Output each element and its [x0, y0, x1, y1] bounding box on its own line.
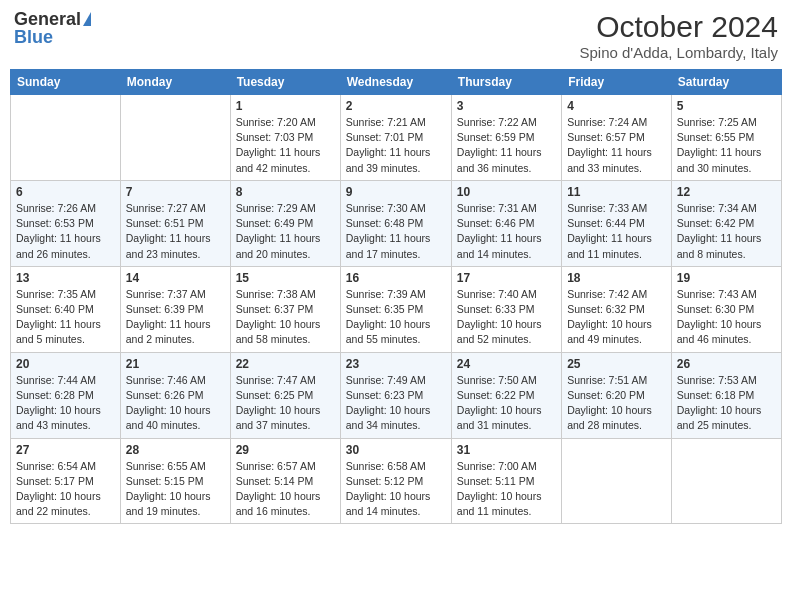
day-number: 16 [346, 271, 446, 285]
calendar-cell: 24Sunrise: 7:50 AMSunset: 6:22 PMDayligh… [451, 352, 561, 438]
calendar-cell: 1Sunrise: 7:20 AMSunset: 7:03 PMDaylight… [230, 95, 340, 181]
logo-general-text: General [14, 10, 81, 28]
cell-text: Sunrise: 7:40 AMSunset: 6:33 PMDaylight:… [457, 288, 542, 346]
day-number: 29 [236, 443, 335, 457]
day-number: 30 [346, 443, 446, 457]
calendar-cell: 13Sunrise: 7:35 AMSunset: 6:40 PMDayligh… [11, 266, 121, 352]
cell-text: Sunrise: 7:50 AMSunset: 6:22 PMDaylight:… [457, 374, 542, 432]
calendar-cell: 17Sunrise: 7:40 AMSunset: 6:33 PMDayligh… [451, 266, 561, 352]
day-number: 9 [346, 185, 446, 199]
calendar-cell [562, 438, 672, 524]
calendar-cell: 16Sunrise: 7:39 AMSunset: 6:35 PMDayligh… [340, 266, 451, 352]
cell-text: Sunrise: 7:46 AMSunset: 6:26 PMDaylight:… [126, 374, 211, 432]
cell-text: Sunrise: 7:38 AMSunset: 6:37 PMDaylight:… [236, 288, 321, 346]
day-number: 27 [16, 443, 115, 457]
day-number: 7 [126, 185, 225, 199]
cell-text: Sunrise: 7:44 AMSunset: 6:28 PMDaylight:… [16, 374, 101, 432]
cell-text: Sunrise: 7:24 AMSunset: 6:57 PMDaylight:… [567, 116, 652, 174]
cell-text: Sunrise: 7:21 AMSunset: 7:01 PMDaylight:… [346, 116, 431, 174]
calendar-cell: 26Sunrise: 7:53 AMSunset: 6:18 PMDayligh… [671, 352, 781, 438]
week-row-3: 13Sunrise: 7:35 AMSunset: 6:40 PMDayligh… [11, 266, 782, 352]
calendar-cell: 6Sunrise: 7:26 AMSunset: 6:53 PMDaylight… [11, 180, 121, 266]
day-header-friday: Friday [562, 70, 672, 95]
day-number: 1 [236, 99, 335, 113]
calendar-cell: 28Sunrise: 6:55 AMSunset: 5:15 PMDayligh… [120, 438, 230, 524]
day-number: 14 [126, 271, 225, 285]
day-number: 25 [567, 357, 666, 371]
cell-text: Sunrise: 7:43 AMSunset: 6:30 PMDaylight:… [677, 288, 762, 346]
day-header-tuesday: Tuesday [230, 70, 340, 95]
calendar-cell: 9Sunrise: 7:30 AMSunset: 6:48 PMDaylight… [340, 180, 451, 266]
week-row-5: 27Sunrise: 6:54 AMSunset: 5:17 PMDayligh… [11, 438, 782, 524]
cell-text: Sunrise: 6:58 AMSunset: 5:12 PMDaylight:… [346, 460, 431, 518]
cell-text: Sunrise: 7:51 AMSunset: 6:20 PMDaylight:… [567, 374, 652, 432]
week-row-4: 20Sunrise: 7:44 AMSunset: 6:28 PMDayligh… [11, 352, 782, 438]
cell-text: Sunrise: 7:35 AMSunset: 6:40 PMDaylight:… [16, 288, 101, 346]
calendar-cell: 18Sunrise: 7:42 AMSunset: 6:32 PMDayligh… [562, 266, 672, 352]
calendar-cell: 27Sunrise: 6:54 AMSunset: 5:17 PMDayligh… [11, 438, 121, 524]
calendar-cell: 8Sunrise: 7:29 AMSunset: 6:49 PMDaylight… [230, 180, 340, 266]
calendar-cell: 4Sunrise: 7:24 AMSunset: 6:57 PMDaylight… [562, 95, 672, 181]
day-header-wednesday: Wednesday [340, 70, 451, 95]
day-number: 6 [16, 185, 115, 199]
calendar-cell: 5Sunrise: 7:25 AMSunset: 6:55 PMDaylight… [671, 95, 781, 181]
day-number: 3 [457, 99, 556, 113]
month-year: October 2024 [579, 10, 778, 44]
cell-text: Sunrise: 6:54 AMSunset: 5:17 PMDaylight:… [16, 460, 101, 518]
day-number: 18 [567, 271, 666, 285]
day-headers-row: SundayMondayTuesdayWednesdayThursdayFrid… [11, 70, 782, 95]
logo-triangle-icon [83, 12, 91, 26]
calendar-cell: 29Sunrise: 6:57 AMSunset: 5:14 PMDayligh… [230, 438, 340, 524]
calendar-cell: 20Sunrise: 7:44 AMSunset: 6:28 PMDayligh… [11, 352, 121, 438]
day-number: 10 [457, 185, 556, 199]
day-number: 12 [677, 185, 776, 199]
title-block: October 2024 Spino d'Adda, Lombardy, Ita… [579, 10, 778, 61]
day-number: 17 [457, 271, 556, 285]
cell-text: Sunrise: 7:30 AMSunset: 6:48 PMDaylight:… [346, 202, 431, 260]
calendar-cell: 21Sunrise: 7:46 AMSunset: 6:26 PMDayligh… [120, 352, 230, 438]
cell-text: Sunrise: 7:00 AMSunset: 5:11 PMDaylight:… [457, 460, 542, 518]
day-number: 15 [236, 271, 335, 285]
day-number: 8 [236, 185, 335, 199]
calendar-table: SundayMondayTuesdayWednesdayThursdayFrid… [10, 69, 782, 524]
day-number: 31 [457, 443, 556, 457]
cell-text: Sunrise: 7:47 AMSunset: 6:25 PMDaylight:… [236, 374, 321, 432]
calendar-cell: 2Sunrise: 7:21 AMSunset: 7:01 PMDaylight… [340, 95, 451, 181]
day-number: 4 [567, 99, 666, 113]
calendar-cell: 23Sunrise: 7:49 AMSunset: 6:23 PMDayligh… [340, 352, 451, 438]
day-number: 13 [16, 271, 115, 285]
day-number: 23 [346, 357, 446, 371]
page-header: General Blue October 2024 Spino d'Adda, … [10, 10, 782, 61]
day-number: 22 [236, 357, 335, 371]
calendar-cell: 12Sunrise: 7:34 AMSunset: 6:42 PMDayligh… [671, 180, 781, 266]
cell-text: Sunrise: 7:27 AMSunset: 6:51 PMDaylight:… [126, 202, 211, 260]
cell-text: Sunrise: 7:53 AMSunset: 6:18 PMDaylight:… [677, 374, 762, 432]
cell-text: Sunrise: 7:42 AMSunset: 6:32 PMDaylight:… [567, 288, 652, 346]
cell-text: Sunrise: 7:37 AMSunset: 6:39 PMDaylight:… [126, 288, 211, 346]
cell-text: Sunrise: 7:34 AMSunset: 6:42 PMDaylight:… [677, 202, 762, 260]
logo-blue-text: Blue [14, 28, 91, 46]
calendar-cell [11, 95, 121, 181]
week-row-1: 1Sunrise: 7:20 AMSunset: 7:03 PMDaylight… [11, 95, 782, 181]
calendar-cell: 11Sunrise: 7:33 AMSunset: 6:44 PMDayligh… [562, 180, 672, 266]
day-number: 26 [677, 357, 776, 371]
day-number: 11 [567, 185, 666, 199]
day-number: 28 [126, 443, 225, 457]
calendar-cell: 30Sunrise: 6:58 AMSunset: 5:12 PMDayligh… [340, 438, 451, 524]
day-header-sunday: Sunday [11, 70, 121, 95]
cell-text: Sunrise: 7:31 AMSunset: 6:46 PMDaylight:… [457, 202, 542, 260]
day-header-monday: Monday [120, 70, 230, 95]
calendar-cell: 15Sunrise: 7:38 AMSunset: 6:37 PMDayligh… [230, 266, 340, 352]
cell-text: Sunrise: 7:29 AMSunset: 6:49 PMDaylight:… [236, 202, 321, 260]
calendar-cell [671, 438, 781, 524]
calendar-cell [120, 95, 230, 181]
calendar-cell: 7Sunrise: 7:27 AMSunset: 6:51 PMDaylight… [120, 180, 230, 266]
day-number: 21 [126, 357, 225, 371]
logo: General Blue [14, 10, 91, 46]
cell-text: Sunrise: 7:49 AMSunset: 6:23 PMDaylight:… [346, 374, 431, 432]
calendar-cell: 22Sunrise: 7:47 AMSunset: 6:25 PMDayligh… [230, 352, 340, 438]
day-number: 24 [457, 357, 556, 371]
cell-text: Sunrise: 7:20 AMSunset: 7:03 PMDaylight:… [236, 116, 321, 174]
cell-text: Sunrise: 6:55 AMSunset: 5:15 PMDaylight:… [126, 460, 211, 518]
day-number: 5 [677, 99, 776, 113]
